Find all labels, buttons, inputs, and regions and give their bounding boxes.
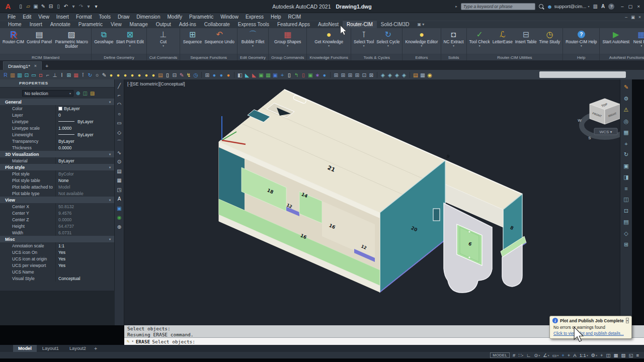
tab-add-ins[interactable]: Add-ins: [175, 21, 200, 28]
property-value[interactable]: Yes: [55, 255, 114, 262]
draw-tool-icon[interactable]: ◠: [117, 102, 122, 107]
menu-draw[interactable]: Draw: [114, 14, 133, 20]
property-row-material[interactable]: MaterialByLayer: [0, 157, 114, 164]
toolbar-icon[interactable]: ▣: [258, 72, 264, 78]
property-value[interactable]: ByLayer: [55, 105, 114, 112]
ribbon-button-group-shapes[interactable]: ▦Group Shapes▾: [273, 29, 302, 47]
search-icon[interactable]: [539, 4, 543, 9]
palette-icon[interactable]: ⚠: [624, 107, 629, 113]
property-row-ucs-icon-on[interactable]: UCS icon OnYes: [0, 249, 114, 255]
menu-file[interactable]: File: [4, 14, 19, 20]
property-row-plot-style[interactable]: Plot styleByColor: [0, 170, 114, 177]
property-row-ucs-per-viewport[interactable]: UCS per viewportYes: [0, 262, 114, 268]
property-value[interactable]: Not available: [55, 190, 114, 197]
status-item-[interactable]: ≡: [636, 353, 639, 358]
tab-solid-cim3d[interactable]: Solid-CIM3D: [377, 21, 414, 28]
toolbar-icon[interactable]: ⊞: [354, 72, 360, 78]
toolbar-icon[interactable]: I: [59, 72, 65, 78]
layout-tab-layout2[interactable]: Layout2: [64, 345, 91, 352]
tab-express-tools[interactable]: Express Tools: [234, 21, 273, 28]
draw-tool-icon[interactable]: ▤: [117, 168, 121, 174]
property-row-ucs-name[interactable]: UCS Name: [0, 268, 114, 275]
property-row-plot-table-type[interactable]: Plot table typeNot available: [0, 190, 114, 197]
toolbar-icon[interactable]: ●: [143, 72, 149, 78]
tab-featured-apps[interactable]: Featured Apps: [273, 21, 314, 28]
toolbar-icon[interactable]: ▦: [73, 72, 79, 78]
status-item-[interactable]: ▭▾: [552, 353, 558, 358]
property-row-center-y[interactable]: Center Y9.4576: [0, 210, 114, 216]
toolbar-icon[interactable]: ⊞: [204, 72, 210, 78]
ribbon-button-control-panel[interactable]: ▤Control Panel: [26, 29, 53, 44]
drawing-viewport[interactable]: [-][SE Isometric][Conceptual]: [124, 79, 620, 325]
property-value[interactable]: [55, 268, 114, 275]
draw-tool-icon[interactable]: ◳: [117, 187, 121, 193]
ribbon-button-knowledge-editor[interactable]: ●Knowledge Editor▾: [404, 29, 439, 47]
qat-icon[interactable]: ▾: [93, 4, 99, 10]
compass-s[interactable]: S: [588, 136, 591, 140]
toolbar-icon[interactable]: ▦: [420, 72, 426, 78]
toolbar-icon[interactable]: ▦: [265, 72, 271, 78]
ribbon-button-tool-check[interactable]: ✓Tool Check▾: [468, 29, 491, 47]
ribbon-overflow-icon[interactable]: ▣ ▾: [413, 21, 428, 28]
toolbar-icon[interactable]: ⊠: [368, 72, 374, 78]
status-model-button[interactable]: MODEL: [490, 352, 510, 358]
toolbar-icon[interactable]: ∗: [314, 72, 320, 78]
toolbar-icon[interactable]: ▣: [307, 72, 313, 78]
toolbar-icon[interactable]: ◧: [237, 72, 243, 78]
3d-model[interactable]: 2191814121616122068: [219, 89, 526, 293]
property-value[interactable]: ByColor: [55, 170, 114, 177]
status-item-[interactable]: ◱: [628, 353, 633, 358]
toolbar-icon[interactable]: ⊡: [361, 72, 367, 78]
section-collapse-icon[interactable]: ▾: [109, 165, 111, 169]
property-row-ucs-icon-at-origin[interactable]: UCS icon at originYes: [0, 255, 114, 262]
selector-icon[interactable]: ⊕: [76, 90, 80, 96]
tab-parametric[interactable]: Parametric: [74, 21, 107, 28]
status-item-[interactable]: +: [561, 353, 565, 358]
ribbon-button-sequence[interactable]: ⊞Sequence: [182, 29, 203, 44]
palette-icon[interactable]: ▤: [623, 219, 628, 225]
palette-icon[interactable]: ◎: [624, 118, 629, 125]
palette-icon[interactable]: ▣: [623, 163, 628, 169]
tab-annotate[interactable]: Annotate: [46, 21, 74, 28]
property-row-lineweight[interactable]: LineweightByLayer: [0, 131, 114, 138]
toolbar-icon[interactable]: ▭: [31, 72, 37, 78]
section-header-general[interactable]: General▾: [0, 99, 114, 105]
file-tab-drawing1[interactable]: Drawing1*×: [3, 61, 42, 70]
toolbar-icon[interactable]: ▥: [10, 72, 16, 78]
property-value[interactable]: 64.4737: [55, 223, 114, 229]
ribbon-button-get-knowledge[interactable]: ●Get Knowledge▾: [313, 29, 344, 47]
search-input[interactable]: Type a keyword or phrase: [461, 3, 535, 10]
command-options-chevron-icon[interactable]: ▾: [131, 339, 133, 343]
selector-icon[interactable]: ◫: [83, 90, 87, 96]
doc-window-control[interactable]: ×: [638, 15, 641, 20]
palette-icon[interactable]: ↻: [624, 151, 628, 158]
toolbar-icon[interactable]: R: [3, 72, 9, 78]
property-value[interactable]: 6.0731: [55, 229, 114, 236]
qat-icon[interactable]: ▱: [25, 4, 31, 10]
autodesk-brand-icon[interactable]: A: [601, 4, 605, 9]
draw-tool-icon[interactable]: ▦: [117, 177, 121, 183]
toolbar-icon[interactable]: ▤: [413, 72, 419, 78]
toolbar-icon[interactable]: ✎: [179, 72, 185, 78]
palette-icon[interactable]: ▦: [623, 129, 628, 136]
qat-icon[interactable]: ⊟: [48, 4, 54, 10]
toolbar-icon[interactable]: ▯: [165, 72, 171, 78]
layout-tab-layout1[interactable]: Layout1: [37, 345, 64, 352]
section-collapse-icon[interactable]: ▾: [109, 152, 111, 156]
menu-parametric[interactable]: Parametric: [186, 14, 217, 20]
ribbon-button-parametric-macro-builder[interactable]: ▨Parametric Macro Builder: [53, 29, 90, 49]
selection-dropdown[interactable]: No selection ▾: [22, 90, 73, 97]
qat-icon[interactable]: ▾: [86, 4, 92, 10]
palette-icon[interactable]: ⊡: [624, 208, 628, 214]
palette-icon[interactable]: ◇: [624, 230, 628, 237]
property-value[interactable]: 50.8132: [55, 203, 114, 210]
property-value[interactable]: 9.4576: [55, 210, 114, 216]
draw-tool-icon[interactable]: ⌐: [118, 93, 121, 98]
property-value[interactable]: Conceptual: [55, 275, 114, 282]
tab-router-cim[interactable]: Router-CIM: [343, 21, 377, 28]
new-drawing-tab-button[interactable]: +: [43, 62, 51, 70]
toolbar-icon[interactable]: ⊡: [24, 72, 30, 78]
property-row-thickness[interactable]: Thickness0.0000: [0, 144, 114, 151]
menu-insert[interactable]: Insert: [53, 14, 72, 20]
section-collapse-icon[interactable]: ▾: [109, 100, 111, 104]
